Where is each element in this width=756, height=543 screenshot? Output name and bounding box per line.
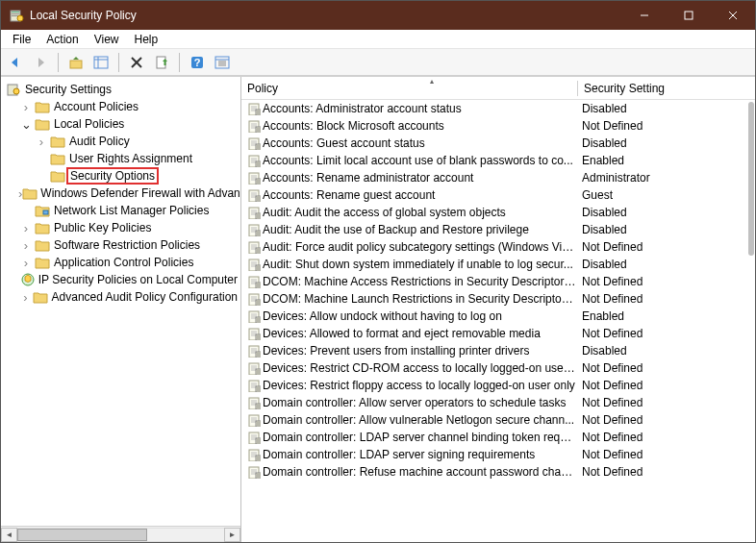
minimize-button[interactable] xyxy=(622,1,667,30)
folder-icon xyxy=(34,220,51,235)
expand-icon[interactable]: › xyxy=(18,221,34,235)
policy-row[interactable]: Devices: Allowed to format and eject rem… xyxy=(241,325,755,342)
policy-name: Accounts: Rename guest account xyxy=(263,188,582,202)
tree-item[interactable]: ›Software Restriction Policies xyxy=(5,236,240,254)
maximize-button[interactable] xyxy=(667,1,711,30)
scroll-right-icon[interactable]: ► xyxy=(224,528,240,542)
forward-button[interactable] xyxy=(30,52,51,73)
tree-item-label: Windows Defender Firewall with Advanced … xyxy=(38,185,240,201)
menu-help[interactable]: Help xyxy=(127,31,166,48)
tree-item-label: Application Control Policies xyxy=(51,255,196,270)
policy-icon xyxy=(245,360,263,376)
folder-icon xyxy=(34,255,51,270)
export-list-button[interactable] xyxy=(151,52,172,73)
tree-item[interactable]: Security Options xyxy=(5,167,240,185)
policy-row[interactable]: Accounts: Administrator account statusDi… xyxy=(241,100,755,117)
expand-icon[interactable]: › xyxy=(18,290,33,305)
tree-hscrollbar[interactable]: ◄ ► xyxy=(1,526,240,542)
show-hide-tree-button[interactable] xyxy=(90,52,112,73)
policy-row[interactable]: Audit: Shut down system immediately if u… xyxy=(241,256,755,273)
tree[interactable]: Security Settings ›Account Policies⌄Loca… xyxy=(1,77,240,526)
tree-item-label: Account Policies xyxy=(51,99,141,114)
close-button[interactable] xyxy=(711,1,755,30)
delete-button[interactable] xyxy=(126,52,147,73)
policy-icon xyxy=(245,412,263,428)
policy-icon xyxy=(245,464,263,480)
policy-row[interactable]: Audit: Audit the use of Backup and Resto… xyxy=(241,221,755,238)
expand-icon[interactable]: › xyxy=(34,135,49,149)
sort-asc-icon: ▴ xyxy=(430,77,434,86)
tree-item[interactable]: User Rights Assignment xyxy=(5,150,240,167)
menu-view[interactable]: View xyxy=(87,31,127,48)
policy-row[interactable]: Devices: Restrict CD-ROM access to local… xyxy=(241,359,755,377)
svg-rect-53 xyxy=(256,161,261,167)
list-body[interactable]: Accounts: Administrator account statusDi… xyxy=(241,100,755,542)
list-vscrollbar[interactable] xyxy=(747,100,755,542)
tree-item[interactable]: IP Security Policies on Local Computer xyxy=(5,271,240,288)
policy-icon xyxy=(245,153,263,168)
svg-rect-130 xyxy=(256,352,261,358)
policy-icon xyxy=(245,430,263,445)
col-header-policy[interactable]: Policy ▴ xyxy=(241,78,578,99)
policy-row[interactable]: Devices: Restrict floppy access to local… xyxy=(241,377,755,394)
col-header-setting[interactable]: Security Setting xyxy=(578,78,755,99)
scroll-left-icon[interactable]: ◄ xyxy=(1,528,17,542)
policy-name: Domain controller: Allow server operator… xyxy=(263,396,582,409)
tree-item[interactable]: ›Account Policies xyxy=(5,98,240,115)
policy-row[interactable]: Accounts: Block Microsoft accountsNot De… xyxy=(241,117,755,135)
policy-icon xyxy=(245,118,263,134)
policy-row[interactable]: Domain controller: Allow server operator… xyxy=(241,394,755,411)
policy-row[interactable]: Audit: Force audit policy subcategory se… xyxy=(241,238,755,256)
policy-row[interactable]: Devices: Allow undock without having to … xyxy=(241,308,755,325)
policy-setting: Not Defined xyxy=(582,361,751,375)
tree-item[interactable]: Network List Manager Policies xyxy=(5,202,240,219)
expand-icon[interactable]: › xyxy=(18,100,34,114)
policy-setting: Enabled xyxy=(582,154,751,167)
scroll-track[interactable] xyxy=(17,528,224,542)
scroll-thumb[interactable] xyxy=(748,102,754,256)
policy-name: Domain controller: LDAP server channel b… xyxy=(263,431,582,444)
folder-icon xyxy=(22,185,38,201)
tree-item[interactable]: ›Audit Policy xyxy=(5,133,240,150)
svg-rect-179 xyxy=(256,473,261,479)
policy-name: DCOM: Machine Access Restrictions in Sec… xyxy=(263,275,582,288)
policy-row[interactable]: Devices: Prevent users from installing p… xyxy=(241,342,755,359)
menu-action[interactable]: Action xyxy=(38,31,86,48)
policy-row[interactable]: Audit: Audit the access of global system… xyxy=(241,204,755,221)
policy-row[interactable]: Accounts: Rename guest accountGuest xyxy=(241,186,755,204)
policy-row[interactable]: Accounts: Rename administrator accountAd… xyxy=(241,169,755,186)
policy-row[interactable]: DCOM: Machine Launch Restrictions in Sec… xyxy=(241,290,755,308)
policy-name: Devices: Allowed to format and eject rem… xyxy=(263,327,582,340)
scroll-thumb[interactable] xyxy=(17,529,147,541)
policy-icon xyxy=(245,136,263,151)
menu-file[interactable]: File xyxy=(5,31,38,48)
properties-button[interactable] xyxy=(212,52,233,73)
tree-item[interactable]: ›Advanced Audit Policy Configuration xyxy=(5,288,240,306)
expand-icon[interactable]: › xyxy=(18,256,34,270)
tree-pane: Security Settings ›Account Policies⌄Loca… xyxy=(1,77,241,542)
policy-name: Accounts: Guest account status xyxy=(263,136,582,150)
folder-icon xyxy=(49,168,66,184)
up-button[interactable] xyxy=(65,52,87,73)
tree-root[interactable]: Security Settings xyxy=(5,81,240,98)
svg-rect-165 xyxy=(256,438,261,444)
policy-row[interactable]: Domain controller: Allow vulnerable Netl… xyxy=(241,411,755,429)
policy-row[interactable]: DCOM: Machine Access Restrictions in Sec… xyxy=(241,273,755,290)
tree-item[interactable]: ›Application Control Policies xyxy=(5,254,240,271)
policy-row[interactable]: Domain controller: LDAP server signing r… xyxy=(241,446,755,463)
policy-row[interactable]: Accounts: Limit local account use of bla… xyxy=(241,152,755,169)
svg-rect-39 xyxy=(256,127,261,133)
expand-icon[interactable]: › xyxy=(18,238,34,253)
collapse-icon[interactable]: ⌄ xyxy=(18,117,34,132)
tree-item[interactable]: ›Public Key Policies xyxy=(5,219,240,236)
help-button[interactable]: ? xyxy=(187,52,208,73)
policy-row[interactable]: Domain controller: LDAP server channel b… xyxy=(241,429,755,446)
folder-icon xyxy=(33,289,49,305)
back-button[interactable] xyxy=(5,52,26,73)
tree-item-label: Local Policies xyxy=(51,116,127,132)
list-header: Policy ▴ Security Setting xyxy=(241,77,755,100)
tree-item[interactable]: ⌄Local Policies xyxy=(5,115,240,133)
policy-row[interactable]: Accounts: Guest account statusDisabled xyxy=(241,135,755,152)
tree-item[interactable]: ›Windows Defender Firewall with Advanced… xyxy=(5,185,240,202)
policy-row[interactable]: Domain controller: Refuse machine accoun… xyxy=(241,463,755,481)
